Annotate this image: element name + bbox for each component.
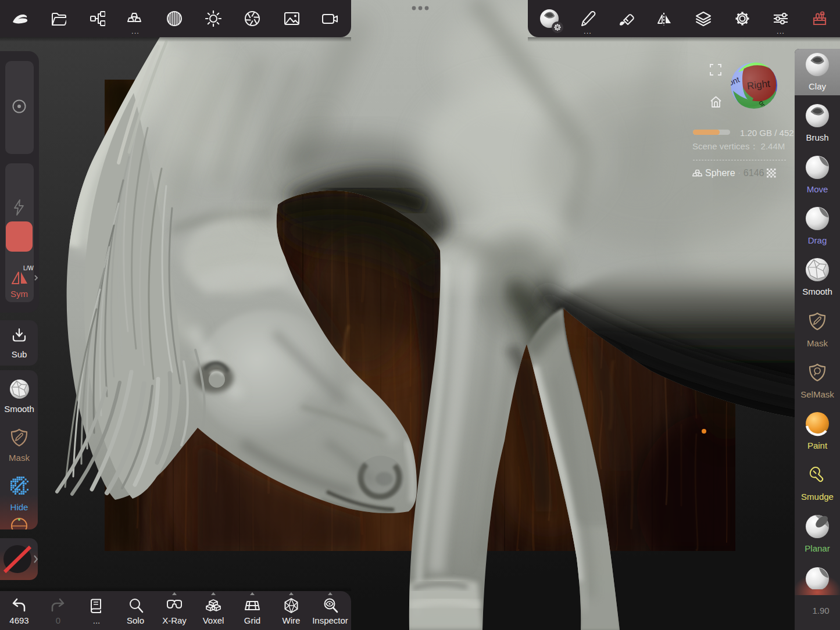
svg-text:L/W: L/W xyxy=(23,265,34,271)
